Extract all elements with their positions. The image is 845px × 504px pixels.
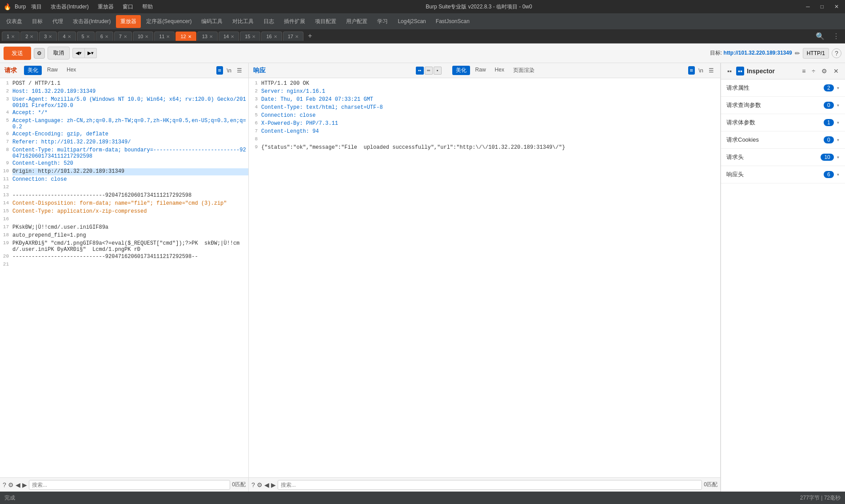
tab-12[interactable]: 12✕ bbox=[175, 32, 196, 41]
response-wordwrap-button[interactable]: ≡ bbox=[688, 66, 695, 75]
cancel-button[interactable]: 取消 bbox=[48, 47, 70, 60]
nav-target[interactable]: 目标 bbox=[28, 15, 47, 28]
view-split-button[interactable]: ▪▪ bbox=[416, 67, 424, 75]
tab-5-close[interactable]: ✕ bbox=[86, 34, 90, 39]
edit-url-button[interactable]: ✏ bbox=[795, 50, 800, 57]
menu-help[interactable]: 帮助 bbox=[140, 2, 155, 12]
request-search-next-button[interactable]: ▶ bbox=[22, 481, 27, 488]
tab-16[interactable]: 16✕ bbox=[261, 32, 282, 41]
response-search-next-button[interactable]: ▶ bbox=[271, 481, 276, 488]
tab-7[interactable]: 7✕ bbox=[114, 32, 132, 41]
tab-7-close[interactable]: ✕ bbox=[124, 34, 127, 39]
tab-16-close[interactable]: ✕ bbox=[274, 34, 277, 39]
search-icon[interactable]: 🔍 bbox=[812, 32, 828, 41]
nav-fastjsonscan[interactable]: FastJsonScan bbox=[431, 16, 474, 27]
request-more-button[interactable]: ☰ bbox=[235, 66, 244, 75]
response-search-prev-button[interactable]: ◀ bbox=[264, 481, 269, 488]
menu-window[interactable]: 窗口 bbox=[121, 2, 135, 12]
nav-comparer[interactable]: 对比工具 bbox=[228, 15, 258, 28]
tab-2[interactable]: 2✕ bbox=[20, 32, 38, 41]
request-tab-beautify[interactable]: 美化 bbox=[24, 66, 42, 75]
nav-log4j2scan[interactable]: Log4j2Scan bbox=[393, 16, 430, 27]
response-newline-button[interactable]: \n bbox=[697, 66, 705, 75]
close-button[interactable]: ✕ bbox=[832, 3, 841, 11]
response-more-button[interactable]: ☰ bbox=[707, 66, 716, 75]
menu-intruder[interactable]: 攻击器(Intruder) bbox=[49, 2, 90, 12]
request-search-help-button[interactable]: ? bbox=[3, 481, 6, 488]
nav-sequencer[interactable]: 定序器(Sequencer) bbox=[142, 15, 196, 28]
tab-15-close[interactable]: ✕ bbox=[252, 34, 255, 39]
nav-user-options[interactable]: 用户配置 bbox=[342, 15, 372, 28]
tab-13[interactable]: 13✕ bbox=[197, 32, 218, 41]
tab-14-close[interactable]: ✕ bbox=[231, 34, 234, 39]
tab-10-close[interactable]: ✕ bbox=[145, 34, 148, 39]
tab-1-close[interactable]: ✕ bbox=[11, 34, 15, 39]
inspector-close-button[interactable]: ✕ bbox=[832, 67, 841, 75]
inspector-settings-button[interactable]: ⚙ bbox=[820, 67, 829, 75]
inspector-layout1-button[interactable]: ▪▪ bbox=[725, 67, 733, 75]
response-search-help-button[interactable]: ? bbox=[251, 481, 255, 488]
response-tab-hex[interactable]: Hex bbox=[491, 66, 508, 75]
tab-4[interactable]: 4✕ bbox=[58, 32, 76, 41]
minimize-button[interactable]: ─ bbox=[803, 3, 813, 11]
view-horizontal-button[interactable]: ═ bbox=[425, 67, 433, 75]
inspector-query-params[interactable]: 请求查询参数 0 ▾ bbox=[721, 97, 845, 114]
inspector-body-params[interactable]: 请求体参数 1 ▾ bbox=[721, 114, 845, 131]
request-search-settings-button[interactable]: ⚙ bbox=[8, 481, 14, 488]
inspector-split-button[interactable]: ÷ bbox=[810, 67, 817, 75]
inspector-response-headers[interactable]: 响应头 6 ▾ bbox=[721, 166, 845, 183]
tab-6[interactable]: 6✕ bbox=[96, 32, 113, 41]
nav-logger[interactable]: 日志 bbox=[259, 15, 279, 28]
tab-17[interactable]: 17✕ bbox=[283, 32, 303, 41]
tab-14[interactable]: 14✕ bbox=[219, 32, 239, 41]
inspector-cookies[interactable]: 请求Cookies 0 ▾ bbox=[721, 131, 845, 149]
tab-1[interactable]: 1✕ bbox=[2, 32, 20, 41]
tab-4-close[interactable]: ✕ bbox=[68, 34, 71, 39]
response-search-input[interactable] bbox=[278, 480, 702, 490]
tab-12-close[interactable]: ✕ bbox=[188, 34, 191, 39]
tab-15[interactable]: 15✕ bbox=[240, 32, 260, 41]
tab-13-close[interactable]: ✕ bbox=[209, 34, 213, 39]
request-wordwrap-button[interactable]: ≡ bbox=[216, 66, 223, 75]
maximize-button[interactable]: □ bbox=[818, 3, 826, 11]
inspector-request-attributes[interactable]: 请求属性 2 ▾ bbox=[721, 79, 845, 97]
tab-add-button[interactable]: + bbox=[304, 31, 316, 42]
response-search-settings-button[interactable]: ⚙ bbox=[257, 481, 263, 488]
response-tab-render[interactable]: 页面渲染 bbox=[510, 66, 538, 75]
inspector-align-button[interactable]: ≡ bbox=[800, 67, 807, 75]
menu-project[interactable]: 项目 bbox=[29, 2, 44, 12]
response-tab-raw[interactable]: Raw bbox=[472, 66, 490, 75]
settings-icon-button[interactable]: ⚙ bbox=[34, 48, 45, 59]
tab-2-close[interactable]: ✕ bbox=[30, 34, 33, 39]
burp-menu[interactable]: Burp bbox=[15, 4, 26, 10]
tab-5[interactable]: 5✕ bbox=[77, 32, 95, 41]
help-button[interactable]: ? bbox=[832, 48, 841, 58]
request-newline-button[interactable]: \n bbox=[225, 66, 233, 75]
nav-decoder[interactable]: 编码工具 bbox=[197, 15, 227, 28]
nav-intruder[interactable]: 攻击器(Intruder) bbox=[68, 15, 115, 28]
tab-3-close[interactable]: ✕ bbox=[48, 34, 52, 39]
inspector-layout2-button[interactable]: ▪▪ bbox=[736, 67, 744, 75]
nav-extensions[interactable]: 插件扩展 bbox=[279, 15, 310, 28]
nav-dashboard[interactable]: 仪表盘 bbox=[2, 15, 27, 28]
tab-11[interactable]: 11✕ bbox=[154, 32, 175, 41]
request-search-input[interactable] bbox=[29, 480, 231, 490]
more-options-icon[interactable]: ⋮ bbox=[829, 32, 843, 41]
tab-3[interactable]: 3✕ bbox=[39, 32, 57, 41]
tab-17-close[interactable]: ✕ bbox=[295, 34, 299, 39]
nav-project-options[interactable]: 项目配置 bbox=[311, 15, 341, 28]
tab-6-close[interactable]: ✕ bbox=[105, 34, 108, 39]
request-tab-raw[interactable]: Raw bbox=[44, 66, 61, 75]
request-tab-hex[interactable]: Hex bbox=[63, 66, 80, 75]
inspector-request-headers[interactable]: 请求头 10 ▾ bbox=[721, 149, 845, 166]
response-code-area[interactable]: 1HTTP/1.1 200 OK2Server: nginx/1.16.13Da… bbox=[249, 78, 720, 477]
menu-repeater[interactable]: 重放器 bbox=[96, 2, 116, 12]
tab-11-close[interactable]: ✕ bbox=[166, 34, 170, 39]
http-version-button[interactable]: HTTP/1 bbox=[803, 48, 829, 59]
nav-proxy[interactable]: 代理 bbox=[48, 15, 68, 28]
forward-button[interactable]: ▶▾ bbox=[85, 48, 97, 58]
response-tab-beautify[interactable]: 美化 bbox=[452, 66, 470, 75]
request-search-prev-button[interactable]: ◀ bbox=[16, 481, 20, 488]
nav-learn[interactable]: 学习 bbox=[373, 15, 392, 28]
send-button[interactable]: 发送 bbox=[4, 47, 31, 60]
